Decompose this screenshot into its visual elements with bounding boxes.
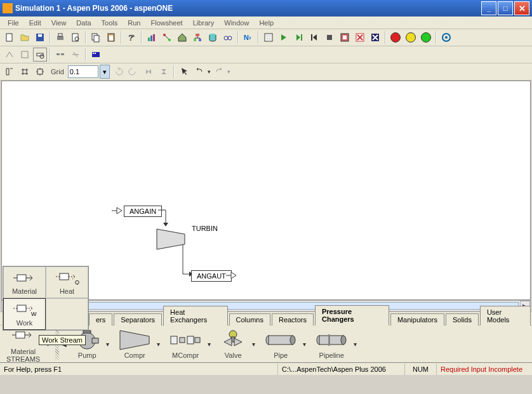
dropdown-icon[interactable]: ▾ (303, 341, 309, 348)
tool-tree-button[interactable] (190, 30, 204, 44)
svg-rect-8 (94, 36, 99, 42)
print-button[interactable] (53, 30, 67, 44)
dropdown-icon[interactable]: ▾ (252, 341, 258, 348)
help-button[interactable]: ? (124, 30, 138, 44)
svg-rect-55 (195, 338, 200, 343)
model-valve[interactable]: Valve (216, 329, 249, 359)
close-x2-button[interactable] (368, 30, 382, 44)
run-button[interactable] (277, 30, 291, 44)
tool-chart-button[interactable] (145, 30, 159, 44)
svg-rect-10 (109, 36, 113, 41)
copy-button[interactable] (89, 30, 103, 44)
svg-rect-54 (187, 336, 194, 344)
menu-library[interactable]: Library (188, 18, 220, 28)
paste-button[interactable] (104, 30, 118, 44)
new-button[interactable] (3, 30, 17, 44)
tab-manipulators[interactable]: Manipulators (390, 313, 444, 325)
tab-reactors[interactable]: Reactors (272, 313, 314, 325)
grid-label: Grid (48, 68, 67, 76)
print-preview-button[interactable] (69, 30, 83, 44)
undo-button[interactable] (192, 65, 206, 79)
stop-button[interactable] (323, 30, 336, 44)
turbine-icon[interactable] (156, 228, 185, 250)
model-compr[interactable]: Compr (115, 329, 154, 359)
tool-s1-button[interactable] (3, 48, 17, 62)
svg-point-22 (228, 36, 232, 40)
menu-help[interactable]: Help (254, 18, 279, 28)
menu-flowsheet[interactable]: Flowsheet (145, 18, 187, 28)
menu-edit[interactable]: Edit (24, 18, 46, 28)
separator (385, 31, 386, 44)
dropdown-icon[interactable]: ▾ (354, 341, 360, 348)
tool-s6-button[interactable] (89, 48, 103, 62)
tool-home-button[interactable] (175, 30, 189, 44)
flip-h-button[interactable] (142, 65, 156, 79)
save-button[interactable] (33, 30, 47, 44)
svg-rect-51 (83, 331, 91, 333)
tool-s4-button[interactable] (53, 48, 67, 62)
grid-size-input[interactable] (68, 65, 98, 78)
rotate-right-button[interactable] (126, 65, 140, 79)
status-path: C:\...AspenTech\Aspen Plus 2006 (278, 364, 405, 375)
palette-work[interactable]: W Work (3, 298, 46, 330)
dropdown-icon[interactable]: ▾ (106, 341, 112, 348)
grid-toggle-button[interactable] (18, 65, 32, 79)
tool-glasses-button[interactable] (221, 30, 235, 44)
model-streams[interactable]: Material STREAMS (3, 325, 44, 363)
model-pipe[interactable]: Pipe (261, 329, 300, 359)
menu-data[interactable]: Data (71, 18, 96, 28)
separator (50, 48, 51, 61)
aspen-icon-button[interactable] (439, 30, 453, 44)
tool-data-button[interactable] (206, 30, 220, 44)
model-pipeline[interactable]: Pipeline (312, 329, 351, 359)
snap-button[interactable] (3, 65, 17, 79)
results-button[interactable] (338, 30, 352, 44)
step-button[interactable] (292, 30, 306, 44)
unit-label[interactable]: TURBIN (192, 225, 218, 232)
model-mcompr[interactable]: MCompr (166, 329, 205, 359)
dropdown-icon[interactable]: ▾ (157, 341, 163, 348)
tab-pressure-changers[interactable]: Pressure Changers (315, 305, 389, 325)
svg-point-60 (290, 336, 295, 345)
tool-s3-button[interactable] (33, 48, 47, 62)
tab-solids[interactable]: Solids (446, 313, 479, 325)
status-yellow-button[interactable] (404, 30, 418, 44)
stream-in-block[interactable]: ANGAIN (124, 206, 162, 217)
separator (173, 65, 175, 78)
menu-file[interactable]: File (3, 18, 24, 28)
pointer-button[interactable] (177, 65, 191, 79)
dropdown-icon[interactable]: ▾ (208, 341, 214, 348)
restart-button[interactable] (307, 30, 321, 44)
status-red-button[interactable] (389, 30, 402, 44)
tool-connect-button[interactable] (160, 30, 174, 44)
redo-button[interactable] (212, 65, 226, 79)
tab-columns[interactable]: Columns (229, 313, 270, 325)
stream-arrow-icon (111, 207, 124, 214)
tab-heatexch[interactable]: Heat Exchangers (163, 306, 227, 325)
tab-usermodels[interactable]: User Models (480, 306, 531, 325)
flip-v-button[interactable] (157, 65, 171, 79)
rotate-left-button[interactable] (111, 65, 125, 79)
menu-view[interactable]: View (46, 18, 72, 28)
close-x-button[interactable] (353, 30, 367, 44)
tab-separators[interactable]: Separators (114, 313, 162, 325)
palette-material[interactable]: Material (3, 266, 46, 298)
menu-run[interactable]: Run (123, 18, 145, 28)
svg-rect-19 (199, 39, 201, 41)
ortho-button[interactable] (33, 65, 47, 79)
tool-grid-button[interactable] (262, 30, 276, 44)
minimize-button[interactable]: _ (481, 1, 496, 15)
tab-mixersplit[interactable]: ers (89, 313, 112, 325)
status-required: Required Input Incomplete (437, 364, 532, 375)
menu-tools[interactable]: Tools (96, 18, 123, 28)
open-button[interactable] (18, 30, 32, 44)
dropdown-arrow-button[interactable]: ▾ (100, 65, 110, 79)
tool-s5-button[interactable] (69, 48, 83, 62)
status-green-button[interactable] (419, 30, 433, 44)
tool-s2-button[interactable] (18, 48, 32, 62)
menu-window[interactable]: Window (219, 18, 254, 28)
maximize-button[interactable]: □ (498, 1, 513, 15)
palette-heat[interactable]: Q Heat (46, 266, 88, 298)
close-button[interactable]: ✕ (514, 1, 529, 15)
next-button[interactable]: N› (241, 30, 255, 44)
